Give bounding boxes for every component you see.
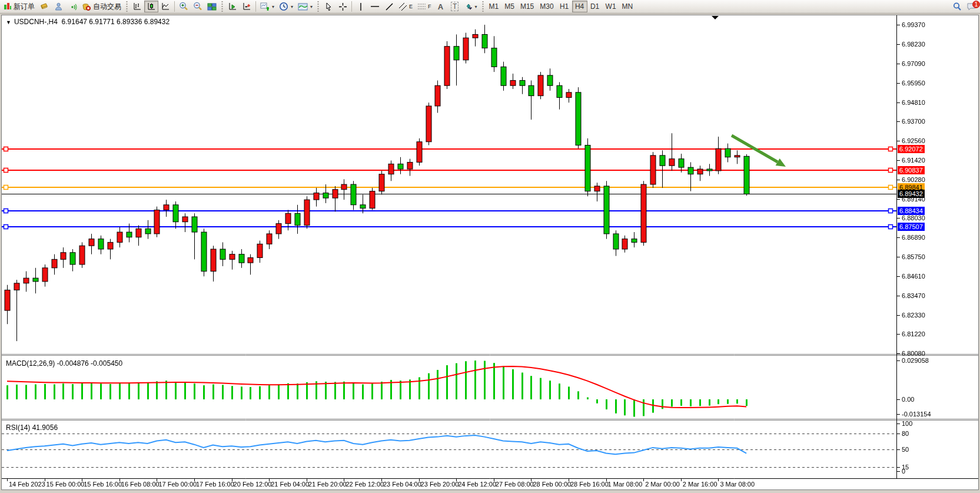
new-order-label: 新订单 — [14, 2, 35, 12]
crosshair-tool-button[interactable] — [335, 1, 350, 12]
periods-button[interactable]: ▾ — [277, 1, 295, 12]
tile-windows-button[interactable] — [205, 1, 219, 12]
tile-windows-icon — [207, 2, 217, 11]
bar-chart-button[interactable] — [130, 1, 144, 12]
new-order-button[interactable]: 新订单 — [1, 1, 37, 12]
fibonacci-icon — [417, 2, 426, 11]
equidistant-channel-tool-button[interactable]: E — [396, 1, 415, 12]
autotrading-label: 自动交易 — [93, 2, 121, 12]
arrows-tool-icon — [464, 2, 473, 11]
candlestick-chart-button[interactable] — [144, 1, 158, 12]
line-chart-icon — [161, 2, 170, 11]
timeframe-group: M1M5M15M30H1H4D1W1MN — [486, 1, 636, 12]
indicators-button[interactable]: ▾ — [258, 1, 277, 12]
new-order-icon — [4, 2, 12, 11]
market-watch-icon — [39, 2, 49, 11]
fibonacci-sub-label: F — [428, 4, 431, 9]
zoom-in-button[interactable] — [177, 1, 191, 12]
timeframe-button-M1[interactable]: M1 — [486, 1, 502, 12]
timeframe-button-H1[interactable]: H1 — [557, 1, 572, 12]
timeframe-button-MN[interactable]: MN — [619, 1, 636, 12]
zoom-out-button[interactable] — [191, 1, 205, 12]
horizontal-line-icon — [370, 2, 380, 11]
text-tool-icon: A — [438, 2, 443, 11]
auto-scroll-button[interactable] — [225, 1, 240, 12]
arrows-tool-button[interactable]: ▾ — [462, 1, 480, 12]
market-watch-button[interactable] — [37, 1, 51, 12]
crosshair-icon — [338, 2, 347, 11]
main-toolbar: 新订单 自动交易 — [0, 0, 980, 14]
timeframe-button-W1[interactable]: W1 — [603, 1, 619, 12]
trendline-icon — [385, 2, 394, 11]
toolbar-separator — [221, 1, 224, 12]
templates-dropdown-caret: ▾ — [310, 4, 313, 9]
cursor-tool-button[interactable] — [321, 1, 335, 12]
signals-button[interactable] — [65, 1, 79, 12]
toolbar-separator — [174, 1, 175, 12]
bar-chart-icon — [132, 2, 142, 11]
channel-sub-label: E — [409, 4, 413, 9]
chart-shift-icon — [242, 2, 251, 11]
timeframe-button-M15[interactable]: M15 — [517, 1, 537, 12]
horizontal-line-tool-button[interactable] — [368, 1, 382, 12]
toolbar-separator — [125, 1, 128, 12]
search-icon — [952, 2, 962, 11]
vertical-line-tool-button[interactable] — [354, 1, 368, 12]
autotrading-button[interactable]: 自动交易 — [79, 1, 124, 12]
autotrading-icon — [82, 2, 91, 11]
fibonacci-tool-button[interactable]: F — [415, 1, 434, 12]
periods-clock-icon — [279, 2, 288, 11]
indicators-icon — [260, 2, 270, 11]
periods-dropdown-caret: ▾ — [291, 4, 293, 9]
text-label-tool-icon: T — [451, 2, 459, 11]
toolbar-separator — [351, 1, 352, 12]
chart-shift-button[interactable] — [240, 1, 254, 12]
candlestick-chart-icon — [147, 2, 156, 11]
vertical-line-icon — [357, 2, 364, 11]
channel-icon — [398, 2, 407, 11]
timeframe-button-M30[interactable]: M30 — [537, 1, 556, 12]
arrows-dropdown-caret: ▾ — [475, 4, 477, 9]
templates-button[interactable]: ▾ — [295, 1, 315, 12]
auto-scroll-icon — [228, 2, 237, 11]
zoom-out-icon — [193, 2, 202, 11]
navigator-button[interactable] — [51, 1, 65, 12]
notification-badge: 1 — [972, 1, 980, 8]
search-button[interactable] — [950, 1, 964, 12]
toolbar-separator — [481, 1, 484, 12]
text-tool-button[interactable]: A — [434, 1, 448, 12]
toolbar-separator — [317, 1, 320, 12]
price-chart-canvas[interactable] — [1, 15, 979, 490]
timeframe-button-D1[interactable]: D1 — [587, 1, 603, 12]
notifications-button[interactable]: 1 — [964, 1, 979, 12]
navigator-person-icon — [54, 2, 63, 11]
timeframe-button-M5[interactable]: M5 — [501, 1, 517, 12]
templates-icon — [298, 2, 308, 11]
signals-radar-icon — [68, 2, 77, 11]
indicators-dropdown-caret: ▾ — [272, 4, 274, 9]
cursor-icon — [324, 2, 333, 11]
text-label-tool-button[interactable]: T — [448, 1, 462, 12]
trendline-tool-button[interactable] — [382, 1, 396, 12]
zoom-in-icon — [179, 2, 188, 11]
toolbar-separator — [255, 1, 256, 12]
line-chart-button[interactable] — [158, 1, 172, 12]
timeframe-button-H4[interactable]: H4 — [572, 1, 587, 12]
